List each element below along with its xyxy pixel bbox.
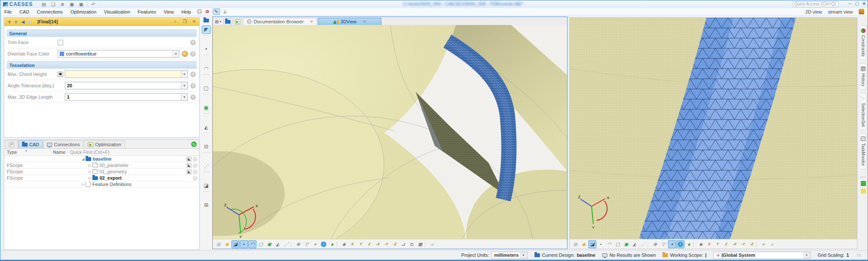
separator[interactable] xyxy=(203,133,210,141)
menu-icon[interactable]: ≡ xyxy=(13,19,19,24)
measure-tool-icon[interactable]: ⟂ xyxy=(222,8,229,15)
trim-face-checkbox[interactable] xyxy=(58,40,63,45)
parameter-input[interactable]: 20 ▼ xyxy=(65,82,188,89)
resize-grip[interactable] xyxy=(857,254,861,256)
row-name[interactable]: Feature Definitions xyxy=(92,182,131,187)
save-icon[interactable]: ▣ xyxy=(68,1,75,7)
view-neg-y-button[interactable]: -Y xyxy=(382,240,390,248)
undo-icon[interactable]: ↶ xyxy=(90,1,97,7)
show-points-toggle[interactable]: • xyxy=(597,240,605,248)
create-curve-tool[interactable]: ◠ xyxy=(202,64,211,73)
overflow-button[interactable]: » xyxy=(760,240,768,248)
tree-row[interactable]: ◢ baseline ◣ ? xyxy=(4,156,199,162)
show-solids-toggle[interactable]: ▣ xyxy=(265,240,273,248)
view-neg-y-button[interactable]: -Y xyxy=(739,240,747,248)
perspective-toggle[interactable]: ⊿ xyxy=(399,240,407,248)
snapshot-button[interactable]: ◘ xyxy=(408,240,416,248)
shield-toggle[interactable]: ▽ xyxy=(659,240,668,248)
select-tool[interactable]: ◤ xyxy=(202,25,211,34)
close-icon[interactable]: ✕ xyxy=(191,19,198,24)
separator[interactable] xyxy=(425,241,428,247)
separator[interactable] xyxy=(203,35,210,44)
show-curves-toggle[interactable]: ◠ xyxy=(248,240,256,248)
create-point-tool[interactable]: • xyxy=(202,45,211,53)
show-meshes-toggle[interactable]: ◭ xyxy=(274,240,282,248)
create-solid-tool[interactable]: ◪ xyxy=(202,181,211,190)
quick-find-input[interactable]: Quick Find (Ctrl+F) xyxy=(67,150,199,155)
show-solids-toggle[interactable]: ▣ xyxy=(622,240,630,248)
separator[interactable] xyxy=(203,113,210,122)
run-button[interactable]: ▶ xyxy=(233,18,242,25)
close-button[interactable]: ✕ xyxy=(862,1,866,6)
back-icon[interactable]: ◀ xyxy=(19,19,26,24)
show-scopes-toggle[interactable]: ◪ xyxy=(231,240,239,248)
create-scope-tool[interactable]: ⊞ xyxy=(202,201,211,209)
show-polylines-toggle[interactable]: ⋰ xyxy=(639,240,647,248)
show-surfaces-toggle[interactable]: ▢ xyxy=(257,240,265,248)
separator[interactable] xyxy=(203,191,210,200)
override-color-combo[interactable]: cornflowerblue ▼ xyxy=(58,50,179,58)
no-entry-icon[interactable]: ⊘ xyxy=(204,8,211,15)
view-stream-link[interactable]: stream view xyxy=(828,9,853,14)
row-name[interactable]: 01_geometry xyxy=(100,169,127,174)
menu-item[interactable]: Help xyxy=(178,8,195,15)
show-points-toggle[interactable]: • xyxy=(240,240,248,248)
chevron-down-icon[interactable]: ▼ xyxy=(181,94,187,100)
chevron-down-icon[interactable]: ▼ xyxy=(181,82,187,89)
help-icon[interactable]: ? xyxy=(190,94,196,100)
refresh-icon[interactable]: ↻ xyxy=(191,142,197,147)
help-icon[interactable]: ? xyxy=(190,83,196,89)
tab-history[interactable]: History xyxy=(860,63,866,90)
help-icon[interactable]: ? xyxy=(193,163,198,168)
tab-documentation-browser[interactable]: ? Documentation Browser ✕ xyxy=(243,18,317,25)
grid-toggle[interactable]: ▦ xyxy=(416,240,424,248)
view-neg-z-button[interactable]: -Z xyxy=(391,240,399,248)
project-units-combo[interactable]: millimeters ▼ xyxy=(491,252,528,259)
menu-item[interactable]: Connections xyxy=(33,8,67,15)
info-toggle[interactable]: i xyxy=(320,240,328,248)
info-toggle[interactable]: i xyxy=(676,240,684,248)
tree-row[interactable]: FScope ▷ 02_export ◣ ? xyxy=(4,175,199,181)
documentation-icon[interactable]: ▤ xyxy=(40,1,47,7)
help-icon[interactable]: ? xyxy=(193,157,198,161)
help-icon[interactable]: ? xyxy=(193,176,198,180)
separator[interactable] xyxy=(693,241,696,247)
name-column-header[interactable]: Name xyxy=(51,150,67,155)
row-name[interactable]: 00_parameter xyxy=(100,163,129,168)
close-icon[interactable]: ✕ xyxy=(363,19,366,24)
show-polylines-toggle[interactable]: ⋰ xyxy=(282,240,290,248)
render-shaded-toggle[interactable]: ◉ xyxy=(580,240,588,248)
menu-item[interactable]: Features xyxy=(134,8,160,15)
expander-icon[interactable]: ▷ xyxy=(87,164,92,167)
render-outline-toggle[interactable]: ◎ xyxy=(571,240,579,248)
view-2d-link[interactable]: 2D view xyxy=(805,9,822,14)
help-icon[interactable]: ? xyxy=(190,40,196,45)
tab-optimization[interactable]: ▶Optimization xyxy=(84,140,125,148)
expander-icon[interactable]: ▷ xyxy=(87,170,92,174)
separator[interactable] xyxy=(337,241,339,247)
help-icon[interactable]: ? xyxy=(193,169,198,174)
copy-doc-icon[interactable]: ❐ xyxy=(181,19,188,24)
quick-access-input[interactable]: Quick Access (Ctrl+Q) xyxy=(792,1,839,7)
create-mesh-tool[interactable]: ◭ xyxy=(202,123,211,131)
new-project-icon[interactable]: ❏ xyxy=(50,1,56,7)
tab-3dview[interactable]: 3DView ✕ xyxy=(318,18,381,25)
clipping-toggle[interactable]: ⊕ xyxy=(294,240,302,248)
view-y-button[interactable]: Y xyxy=(714,240,722,248)
lock-view-toggle[interactable]: ∎ xyxy=(328,240,336,248)
create-polyline-tool[interactable]: ⋰ xyxy=(202,162,211,170)
tab-connections[interactable]: Connections xyxy=(43,140,83,148)
expander-icon[interactable]: ▷ xyxy=(87,176,92,180)
menu-item[interactable]: View xyxy=(160,8,178,15)
expander-icon[interactable]: ▷ xyxy=(81,183,86,186)
view-y-button[interactable]: Y xyxy=(357,240,365,248)
3d-viewport-main[interactable]: Z X Y xyxy=(213,25,567,239)
section-tesselation[interactable]: Tesselation xyxy=(7,61,197,69)
type-column-header[interactable]: Type▴ xyxy=(4,150,51,155)
chevron-down-icon[interactable]: ▼ xyxy=(181,71,187,78)
view-z-button[interactable]: Z xyxy=(365,240,373,248)
parameter-input[interactable]: ▼ xyxy=(65,70,188,78)
axes-toggle[interactable]: ⌖ xyxy=(311,240,319,248)
section-general[interactable]: General xyxy=(7,30,197,37)
parameter-input[interactable]: 1 ▼ xyxy=(65,93,188,101)
